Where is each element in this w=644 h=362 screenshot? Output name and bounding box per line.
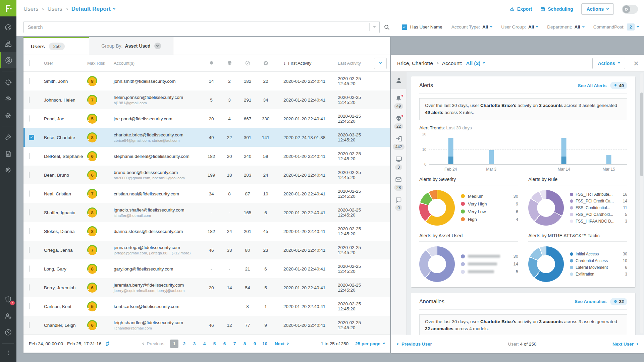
per-page-dropdown[interactable]: 25 per page (355, 341, 385, 346)
fidelis-logo[interactable] (0, 0, 16, 16)
row-checkbox[interactable] (29, 284, 30, 291)
table-row[interactable]: Ortega, Jenna7jenna.ortega@fidelissecuri… (23, 241, 390, 259)
column-header-last-activity[interactable]: Last Activity (337, 61, 374, 66)
table-row[interactable]: Johnson, Helen7helen.johnson@fidelissecu… (23, 90, 390, 109)
row-checkbox[interactable] (29, 303, 30, 309)
row-checkbox[interactable] (29, 115, 30, 122)
row-checkbox[interactable] (29, 265, 30, 272)
page-button-9[interactable]: 9 (251, 340, 259, 348)
previous-user-button[interactable]: Previous User (397, 342, 432, 347)
sidebar-item-gauge[interactable] (0, 19, 16, 36)
page-button-1[interactable]: 1 (170, 340, 178, 348)
next-page-button[interactable]: Next (275, 341, 288, 346)
column-header-first-activity[interactable]: ↓First Activity (275, 61, 337, 66)
see-anomalies-link[interactable]: See Anomalies (575, 299, 607, 304)
row-checkbox[interactable] (29, 78, 30, 84)
column-header-user[interactable]: User (44, 61, 87, 66)
sidebar-item-spy[interactable] (0, 107, 16, 123)
search-options-dropdown[interactable] (369, 23, 379, 31)
sidebar-item-shield[interactable]: ! (0, 291, 16, 308)
sidebar-item-gavel[interactable] (0, 129, 16, 145)
table-row[interactable]: Pond, Joe5joe.pond@fidelissecurity.com20… (23, 109, 390, 128)
sidebar-item-help[interactable] (0, 324, 16, 341)
table-row[interactable]: Carlson, Kent5kent.carlson@fidelissecuri… (23, 297, 390, 316)
table-row[interactable]: ✓Brice, Charlotte8charlotte.brice@fideli… (23, 128, 390, 147)
page-button-5[interactable]: 5 (210, 340, 219, 348)
rail-tab-chat[interactable]: 0 (395, 196, 402, 211)
search-input[interactable] (24, 24, 369, 30)
rail-tab-signin[interactable]: 442 (393, 135, 404, 150)
column-header-failure[interactable] (257, 60, 275, 66)
select-all-checkbox[interactable] (29, 60, 30, 66)
panel-scrollbar-thumb[interactable] (640, 93, 643, 176)
row-checkbox[interactable] (29, 172, 30, 178)
row-checkbox[interactable] (29, 153, 30, 159)
page-button-8[interactable]: 8 (240, 340, 249, 348)
breadcrumb-users[interactable]: Users (23, 6, 38, 12)
next-user-button[interactable]: Next User (612, 342, 638, 347)
table-row[interactable]: Stokes, Dianna8dianna.stokes@fidelissecu… (23, 222, 390, 241)
search-button[interactable] (380, 21, 394, 33)
row-checkbox[interactable] (29, 190, 30, 197)
page-button-7[interactable]: 7 (230, 340, 239, 348)
row-checkbox[interactable] (29, 209, 30, 216)
column-header-accounts[interactable]: Account(s) (114, 61, 202, 66)
has-user-name-filter[interactable]: ✓ Has User Name (402, 24, 442, 30)
refresh-button[interactable] (105, 341, 110, 347)
page-button-4[interactable]: 4 (200, 340, 209, 348)
department-filter[interactable]: Department: All (547, 24, 584, 29)
sidebar-item-target[interactable] (0, 74, 16, 90)
table-row[interactable]: Smith, John8john.smith@fidelissecurity.c… (23, 72, 390, 90)
page-button-2[interactable]: 2 (180, 340, 189, 348)
table-row[interactable]: Chandler, Leigh6leigh.chandler@fidelisse… (23, 316, 390, 335)
table-row[interactable]: Bean, Bruno6bruno.bean@fidelissecurity.c… (23, 166, 390, 184)
sidebar-item-kebab[interactable] (0, 346, 16, 360)
rail-tab-alien[interactable]: 22 (394, 115, 403, 129)
sidebar-item-usergear[interactable] (0, 308, 16, 324)
sidebar-item-gear[interactable] (0, 162, 16, 178)
user-group-filter[interactable]: User Group: All (501, 24, 538, 29)
column-header-anomalies[interactable] (220, 60, 238, 66)
previous-page-button[interactable]: Previous (143, 341, 164, 346)
row-checkbox[interactable] (29, 228, 30, 234)
auto-refresh-toggle[interactable] (622, 5, 638, 14)
rail-tab-monitor[interactable]: 3 (395, 156, 402, 170)
table-row[interactable]: Berry, Jeremiah6jeremiah.berry@fidelisse… (23, 278, 390, 297)
breadcrumb-report-dropdown[interactable]: Default Report (71, 6, 115, 12)
panel-actions-button[interactable]: Actions (592, 58, 625, 69)
column-settings-button[interactable] (374, 58, 387, 69)
table-row[interactable]: Long, Gary8gary.long@fidelissecurity.com… (23, 259, 390, 278)
column-header-max-risk[interactable]: Max Risk (87, 61, 114, 66)
scheduling-button[interactable]: Scheduling (540, 6, 573, 12)
account-dropdown[interactable]: All (3) (466, 60, 485, 66)
breadcrumb-users-2[interactable]: Users (47, 6, 62, 12)
page-button-10[interactable]: 10 (261, 340, 269, 348)
tab-users[interactable]: Users 250 (23, 37, 89, 55)
close-panel-button[interactable]: × (634, 59, 639, 68)
rail-tab-bell[interactable]: 49 (394, 95, 403, 109)
see-all-alerts-link[interactable]: See All Alerts (578, 83, 606, 88)
rail-tab-person[interactable] (391, 72, 406, 89)
export-button[interactable]: Export (509, 6, 532, 12)
table-row[interactable]: Neal, Cristian7cristian.neal@fidelissecu… (23, 184, 390, 203)
sidebar-item-sitemap[interactable] (0, 36, 16, 52)
page-button-3[interactable]: 3 (190, 340, 199, 348)
table-row[interactable]: DelReal, Stephanie6stephanie.delreal@fid… (23, 147, 390, 166)
page-button-6[interactable]: 6 (220, 340, 229, 348)
sidebar-item-user[interactable] (0, 52, 16, 68)
row-checkbox[interactable] (29, 322, 30, 328)
group-by-dropdown[interactable]: Group By: Asset Used (89, 37, 173, 55)
table-row[interactable]: Shaffer, Ignacio8ignacio.shaffer@fidelis… (23, 203, 390, 222)
rail-tab-mail[interactable]: 28 (394, 176, 403, 191)
column-header-success[interactable] (238, 60, 257, 66)
row-checkbox[interactable] (29, 97, 30, 103)
sidebar-item-fingerprint[interactable] (0, 90, 16, 107)
row-checkbox[interactable] (29, 247, 30, 253)
commandpost-filter[interactable]: CommandPost: 2 (593, 23, 639, 31)
account-type-filter[interactable]: Account Type: All (451, 24, 492, 29)
has-user-name-checkbox[interactable]: ✓ (402, 24, 407, 30)
sidebar-item-report[interactable] (0, 145, 16, 162)
column-header-alerts[interactable] (202, 60, 220, 66)
row-checkbox[interactable]: ✓ (29, 135, 34, 140)
actions-button[interactable]: Actions (581, 3, 614, 15)
